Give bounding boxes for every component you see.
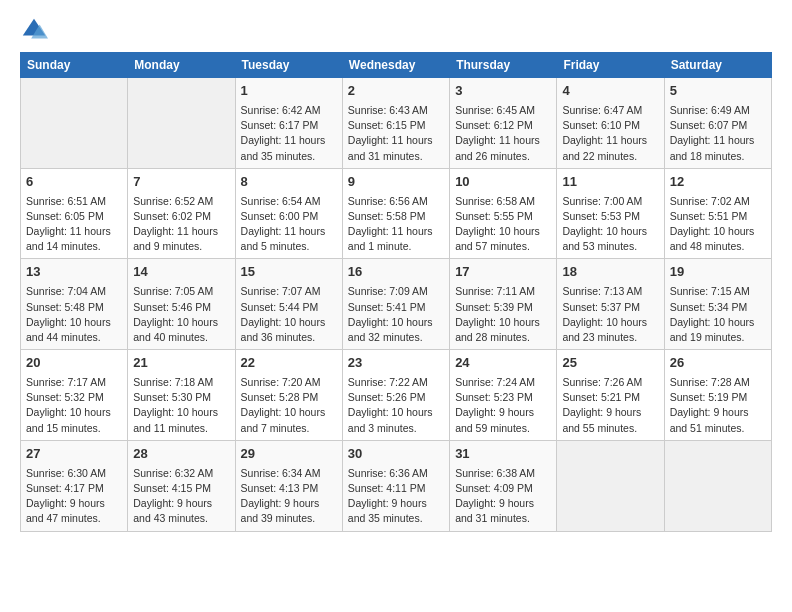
day-info: Sunrise: 7:17 AM Sunset: 5:32 PM Dayligh… xyxy=(26,375,122,436)
logo-icon xyxy=(20,16,48,44)
calendar-cell: 5Sunrise: 6:49 AM Sunset: 6:07 PM Daylig… xyxy=(664,78,771,169)
day-info: Sunrise: 6:45 AM Sunset: 6:12 PM Dayligh… xyxy=(455,103,551,164)
calendar-cell: 12Sunrise: 7:02 AM Sunset: 5:51 PM Dayli… xyxy=(664,168,771,259)
day-info: Sunrise: 6:51 AM Sunset: 6:05 PM Dayligh… xyxy=(26,194,122,255)
calendar-cell: 18Sunrise: 7:13 AM Sunset: 5:37 PM Dayli… xyxy=(557,259,664,350)
day-number: 5 xyxy=(670,82,766,101)
day-info: Sunrise: 6:42 AM Sunset: 6:17 PM Dayligh… xyxy=(241,103,337,164)
header-day-thursday: Thursday xyxy=(450,53,557,78)
day-number: 9 xyxy=(348,173,444,192)
calendar-cell: 16Sunrise: 7:09 AM Sunset: 5:41 PM Dayli… xyxy=(342,259,449,350)
day-number: 19 xyxy=(670,263,766,282)
day-number: 7 xyxy=(133,173,229,192)
calendar-cell: 13Sunrise: 7:04 AM Sunset: 5:48 PM Dayli… xyxy=(21,259,128,350)
calendar-cell: 26Sunrise: 7:28 AM Sunset: 5:19 PM Dayli… xyxy=(664,350,771,441)
day-info: Sunrise: 7:13 AM Sunset: 5:37 PM Dayligh… xyxy=(562,284,658,345)
day-info: Sunrise: 6:43 AM Sunset: 6:15 PM Dayligh… xyxy=(348,103,444,164)
header-day-saturday: Saturday xyxy=(664,53,771,78)
day-number: 23 xyxy=(348,354,444,373)
calendar-header: SundayMondayTuesdayWednesdayThursdayFrid… xyxy=(21,53,772,78)
day-info: Sunrise: 6:52 AM Sunset: 6:02 PM Dayligh… xyxy=(133,194,229,255)
day-number: 3 xyxy=(455,82,551,101)
day-number: 27 xyxy=(26,445,122,464)
calendar-week-1: 1Sunrise: 6:42 AM Sunset: 6:17 PM Daylig… xyxy=(21,78,772,169)
calendar-cell: 7Sunrise: 6:52 AM Sunset: 6:02 PM Daylig… xyxy=(128,168,235,259)
calendar-cell: 24Sunrise: 7:24 AM Sunset: 5:23 PM Dayli… xyxy=(450,350,557,441)
calendar-cell: 3Sunrise: 6:45 AM Sunset: 6:12 PM Daylig… xyxy=(450,78,557,169)
day-number: 12 xyxy=(670,173,766,192)
day-info: Sunrise: 6:47 AM Sunset: 6:10 PM Dayligh… xyxy=(562,103,658,164)
day-info: Sunrise: 7:20 AM Sunset: 5:28 PM Dayligh… xyxy=(241,375,337,436)
calendar-cell: 2Sunrise: 6:43 AM Sunset: 6:15 PM Daylig… xyxy=(342,78,449,169)
day-number: 16 xyxy=(348,263,444,282)
page-header xyxy=(20,16,772,44)
calendar-cell: 27Sunrise: 6:30 AM Sunset: 4:17 PM Dayli… xyxy=(21,440,128,531)
day-number: 21 xyxy=(133,354,229,373)
day-info: Sunrise: 7:22 AM Sunset: 5:26 PM Dayligh… xyxy=(348,375,444,436)
header-day-monday: Monday xyxy=(128,53,235,78)
day-info: Sunrise: 6:58 AM Sunset: 5:55 PM Dayligh… xyxy=(455,194,551,255)
calendar-cell: 25Sunrise: 7:26 AM Sunset: 5:21 PM Dayli… xyxy=(557,350,664,441)
day-number: 18 xyxy=(562,263,658,282)
day-info: Sunrise: 7:11 AM Sunset: 5:39 PM Dayligh… xyxy=(455,284,551,345)
calendar-week-5: 27Sunrise: 6:30 AM Sunset: 4:17 PM Dayli… xyxy=(21,440,772,531)
calendar-cell xyxy=(21,78,128,169)
day-number: 31 xyxy=(455,445,551,464)
calendar-cell: 23Sunrise: 7:22 AM Sunset: 5:26 PM Dayli… xyxy=(342,350,449,441)
header-day-wednesday: Wednesday xyxy=(342,53,449,78)
calendar-cell xyxy=(557,440,664,531)
day-info: Sunrise: 6:56 AM Sunset: 5:58 PM Dayligh… xyxy=(348,194,444,255)
calendar-cell: 11Sunrise: 7:00 AM Sunset: 5:53 PM Dayli… xyxy=(557,168,664,259)
day-info: Sunrise: 7:26 AM Sunset: 5:21 PM Dayligh… xyxy=(562,375,658,436)
header-day-friday: Friday xyxy=(557,53,664,78)
header-day-tuesday: Tuesday xyxy=(235,53,342,78)
header-day-sunday: Sunday xyxy=(21,53,128,78)
day-info: Sunrise: 7:07 AM Sunset: 5:44 PM Dayligh… xyxy=(241,284,337,345)
calendar-cell: 22Sunrise: 7:20 AM Sunset: 5:28 PM Dayli… xyxy=(235,350,342,441)
day-info: Sunrise: 7:24 AM Sunset: 5:23 PM Dayligh… xyxy=(455,375,551,436)
day-info: Sunrise: 7:18 AM Sunset: 5:30 PM Dayligh… xyxy=(133,375,229,436)
day-number: 26 xyxy=(670,354,766,373)
day-info: Sunrise: 7:02 AM Sunset: 5:51 PM Dayligh… xyxy=(670,194,766,255)
day-info: Sunrise: 7:15 AM Sunset: 5:34 PM Dayligh… xyxy=(670,284,766,345)
day-number: 20 xyxy=(26,354,122,373)
calendar-cell xyxy=(664,440,771,531)
calendar-week-2: 6Sunrise: 6:51 AM Sunset: 6:05 PM Daylig… xyxy=(21,168,772,259)
calendar-cell: 20Sunrise: 7:17 AM Sunset: 5:32 PM Dayli… xyxy=(21,350,128,441)
day-number: 22 xyxy=(241,354,337,373)
day-info: Sunrise: 6:49 AM Sunset: 6:07 PM Dayligh… xyxy=(670,103,766,164)
day-number: 10 xyxy=(455,173,551,192)
calendar-cell: 17Sunrise: 7:11 AM Sunset: 5:39 PM Dayli… xyxy=(450,259,557,350)
calendar-cell: 21Sunrise: 7:18 AM Sunset: 5:30 PM Dayli… xyxy=(128,350,235,441)
day-info: Sunrise: 6:30 AM Sunset: 4:17 PM Dayligh… xyxy=(26,466,122,527)
calendar-cell: 8Sunrise: 6:54 AM Sunset: 6:00 PM Daylig… xyxy=(235,168,342,259)
calendar-cell: 30Sunrise: 6:36 AM Sunset: 4:11 PM Dayli… xyxy=(342,440,449,531)
day-number: 8 xyxy=(241,173,337,192)
header-row: SundayMondayTuesdayWednesdayThursdayFrid… xyxy=(21,53,772,78)
day-number: 2 xyxy=(348,82,444,101)
day-number: 14 xyxy=(133,263,229,282)
day-number: 13 xyxy=(26,263,122,282)
day-info: Sunrise: 6:38 AM Sunset: 4:09 PM Dayligh… xyxy=(455,466,551,527)
calendar-body: 1Sunrise: 6:42 AM Sunset: 6:17 PM Daylig… xyxy=(21,78,772,532)
day-number: 25 xyxy=(562,354,658,373)
calendar-table: SundayMondayTuesdayWednesdayThursdayFrid… xyxy=(20,52,772,532)
calendar-cell: 10Sunrise: 6:58 AM Sunset: 5:55 PM Dayli… xyxy=(450,168,557,259)
day-info: Sunrise: 7:09 AM Sunset: 5:41 PM Dayligh… xyxy=(348,284,444,345)
calendar-cell: 6Sunrise: 6:51 AM Sunset: 6:05 PM Daylig… xyxy=(21,168,128,259)
calendar-cell xyxy=(128,78,235,169)
day-number: 15 xyxy=(241,263,337,282)
calendar-cell: 1Sunrise: 6:42 AM Sunset: 6:17 PM Daylig… xyxy=(235,78,342,169)
day-info: Sunrise: 6:36 AM Sunset: 4:11 PM Dayligh… xyxy=(348,466,444,527)
day-number: 24 xyxy=(455,354,551,373)
calendar-cell: 31Sunrise: 6:38 AM Sunset: 4:09 PM Dayli… xyxy=(450,440,557,531)
calendar-cell: 15Sunrise: 7:07 AM Sunset: 5:44 PM Dayli… xyxy=(235,259,342,350)
calendar-cell: 19Sunrise: 7:15 AM Sunset: 5:34 PM Dayli… xyxy=(664,259,771,350)
day-info: Sunrise: 6:32 AM Sunset: 4:15 PM Dayligh… xyxy=(133,466,229,527)
calendar-cell: 4Sunrise: 6:47 AM Sunset: 6:10 PM Daylig… xyxy=(557,78,664,169)
day-info: Sunrise: 7:04 AM Sunset: 5:48 PM Dayligh… xyxy=(26,284,122,345)
day-number: 1 xyxy=(241,82,337,101)
day-info: Sunrise: 7:00 AM Sunset: 5:53 PM Dayligh… xyxy=(562,194,658,255)
calendar-cell: 29Sunrise: 6:34 AM Sunset: 4:13 PM Dayli… xyxy=(235,440,342,531)
calendar-cell: 28Sunrise: 6:32 AM Sunset: 4:15 PM Dayli… xyxy=(128,440,235,531)
